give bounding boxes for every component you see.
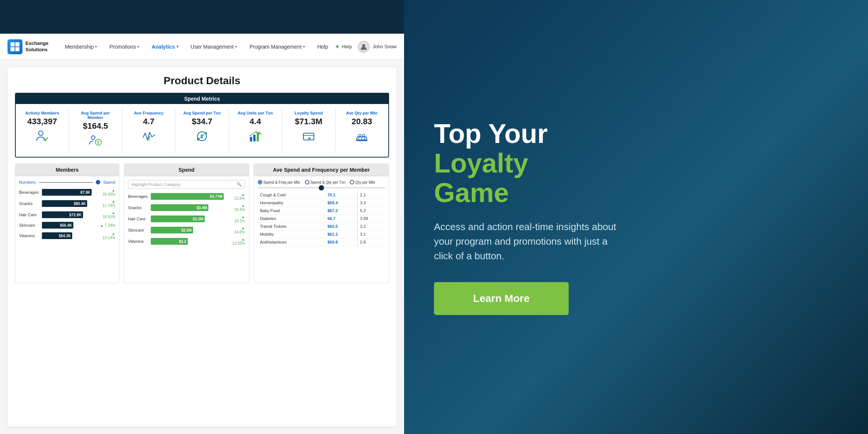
- spend-bar: $2.2: [151, 238, 188, 245]
- nav-bar: Exchange Solutions Membership ▾ Promotio…: [0, 34, 404, 60]
- spend-row-snacks: Snacks $3.4M ▲ 20.4%: [128, 204, 245, 212]
- star-icon: ✦: [334, 43, 340, 51]
- learn-more-button[interactable]: Learn More: [434, 282, 569, 315]
- promo-panel: Top Your Loyalty Game Access and action …: [404, 0, 868, 434]
- svg-point-19: [359, 134, 361, 137]
- metric-avg-spend-member: Avg Spend per Member $164.5 $: [69, 108, 122, 153]
- spend-metrics-section: Spend Metrics Activity Members 433,397: [15, 93, 389, 158]
- member-bar: $56.4K: [42, 222, 73, 229]
- radio-circle: [350, 180, 354, 184]
- spend-row-vitamins: Vitamins $2.2 ▲ 12.55%: [128, 237, 245, 245]
- members-panel-body: Numbers Spend Beverages 87.9K: [15, 176, 119, 283]
- member-bar: 87.9K: [42, 189, 92, 196]
- table-row: Transit Tickets $65.5 2.2: [258, 223, 385, 230]
- spend-row-haircare: Hair Care $3.2M ▲ 18.1%: [128, 215, 245, 223]
- svg-rect-3: [15, 47, 19, 51]
- panels-row: Members Numbers Spend Beverages: [15, 163, 389, 283]
- member-bar: $72.9K: [42, 211, 83, 218]
- spend-bar-wrap: $4.77M: [151, 193, 228, 200]
- help-button[interactable]: ✦ Help: [334, 43, 352, 51]
- promo-subtitle: Access and action real-time insights abo…: [434, 220, 621, 263]
- spend-bar-wrap: $2.5M: [151, 227, 228, 233]
- logo-icon: [7, 39, 22, 54]
- member-row-skincare: Skincare $56.4K ▲ 7.24%: [19, 222, 115, 229]
- svg-point-5: [39, 131, 43, 135]
- main-content: Product Details Spend Metrics Activity M…: [0, 60, 404, 434]
- metric-avg-units-txn: Avg Units per Txn 4.4: [229, 108, 282, 153]
- ave-panel-header: Ave Spend and Frequency per Member: [254, 164, 389, 176]
- top-bar: [0, 0, 404, 34]
- toggle-line: [39, 182, 93, 183]
- svg-rect-13: [253, 135, 256, 141]
- spend-bar: $4.77M: [151, 193, 224, 200]
- chevron-icon: ▾: [95, 45, 97, 49]
- table-row: Homeopathy $69.4 3.3: [258, 199, 385, 207]
- member-row-beverages: Beverages 87.9K ▲ 26.40%: [19, 188, 115, 196]
- spend-bar: $2.5M: [151, 227, 193, 233]
- ave-slider-handle: [319, 185, 324, 190]
- nav-item-program-management[interactable]: Program Management ▾: [244, 41, 310, 53]
- radio-qty-mbr[interactable]: Qty per Mbr: [350, 180, 375, 184]
- svg-rect-0: [10, 42, 15, 46]
- frequency-icon: [142, 129, 156, 146]
- page-title: Product Details: [15, 75, 389, 87]
- radio-spend-freq[interactable]: Spend & Freq per Mbr: [258, 180, 300, 184]
- member-row-haircare: Hair Care $72.9K ▲ 16.91%: [19, 211, 115, 219]
- table-row: Mobility $61.1 3.1: [258, 230, 385, 238]
- member-bar: $80.4K: [42, 200, 87, 207]
- nav-item-membership[interactable]: Membership ▾: [59, 41, 102, 53]
- spend-panel-body: Highlight Product Category 🔍 Beverages $…: [124, 176, 249, 283]
- user-menu-button[interactable]: John Snow: [358, 41, 397, 53]
- nav-item-help[interactable]: Help: [312, 41, 333, 53]
- ave-slider-row: [258, 187, 385, 188]
- chevron-icon: ▾: [303, 45, 305, 49]
- logo[interactable]: Exchange Solutions: [7, 39, 48, 54]
- radio-circle: [258, 180, 262, 184]
- member-row-vitamins: Vitamins $54.3K ▲ 13.14%: [19, 232, 115, 240]
- metric-ave-frequency: Ave Frequency 4.7: [122, 108, 175, 153]
- member-bar-wrap: $56.4K: [42, 222, 97, 229]
- svg-rect-1: [15, 42, 19, 46]
- nav-items: Membership ▾ Promotions ▾ Analytics ▾ Us…: [59, 41, 334, 53]
- member-bar-wrap: 87.9K: [42, 189, 97, 196]
- svg-rect-14: [257, 132, 259, 141]
- chevron-icon: ▾: [177, 45, 178, 49]
- ave-slider[interactable]: [258, 187, 385, 188]
- table-row: Antihistamines $60.8 2.6: [258, 238, 385, 246]
- spend-txn-icon: $: [195, 129, 209, 146]
- spend-bar: $3.4M: [151, 204, 208, 211]
- toggle-dot: [96, 180, 100, 184]
- spend-row-skincare: Skincare $2.5M ▲ 14.6%: [128, 226, 245, 234]
- ave-radio-row: Spend & Freq per Mbr Spend & Qty per Txn…: [258, 180, 385, 184]
- radio-spend-qty[interactable]: Spend & Qty per Txn: [305, 180, 345, 184]
- spend-search[interactable]: Highlight Product Category 🔍: [128, 180, 245, 189]
- spend-panel-header: Spend: [124, 164, 249, 176]
- chevron-icon: ▾: [137, 45, 139, 49]
- units-txn-icon: [248, 129, 262, 146]
- nav-item-analytics[interactable]: Analytics ▾: [146, 41, 183, 53]
- metric-ave-qty-mbr: Ave Qty per Mbr 20.83: [336, 108, 388, 153]
- radio-circle: [305, 180, 309, 184]
- svg-rect-12: [250, 137, 252, 141]
- table-row: Diabetes 66.7 3.99: [258, 215, 385, 223]
- svg-rect-2: [10, 47, 15, 51]
- nav-item-promotions[interactable]: Promotions ▾: [104, 41, 144, 53]
- members-toggle[interactable]: Numbers Spend: [19, 180, 115, 184]
- svg-point-6: [91, 136, 95, 140]
- app-window: Exchange Solutions Membership ▾ Promotio…: [0, 0, 404, 434]
- chevron-icon: ▾: [235, 45, 237, 49]
- nav-item-user-management[interactable]: User Management ▾: [186, 41, 242, 53]
- qty-mbr-icon: [355, 129, 369, 146]
- user-avatar: [358, 41, 370, 53]
- spend-bar: $3.2M: [151, 216, 205, 222]
- metric-loyalty-spend: Loyalty Spend $71.3M: [282, 108, 335, 153]
- svg-point-20: [363, 134, 365, 137]
- nav-right: ✦ Help John Snow: [334, 41, 397, 53]
- ave-table: Cough & Cold 70.1 2.1 Homeopathy $69.4 3…: [258, 191, 385, 246]
- promo-title: Top Your Loyalty Game: [434, 119, 838, 208]
- table-row: Cough & Cold 70.1 2.1: [258, 191, 385, 199]
- members-icon: [36, 129, 49, 146]
- content-card: Product Details Spend Metrics Activity M…: [7, 67, 397, 427]
- member-bar-wrap: $54.3K: [42, 232, 97, 239]
- svg-point-4: [362, 44, 365, 47]
